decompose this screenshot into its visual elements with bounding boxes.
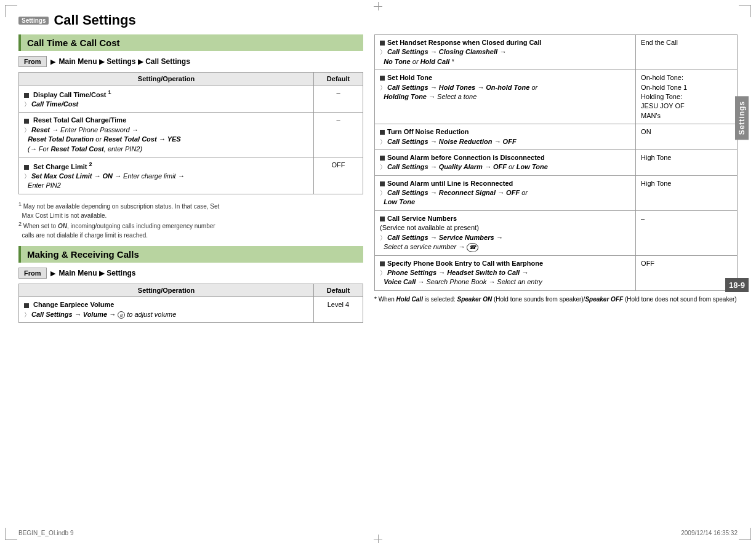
settings-badge: Settings (18, 17, 49, 25)
section1-header: Call Time & Call Cost (18, 34, 363, 51)
default-cell: – (314, 113, 363, 157)
setting-name: Set Charge Limit 2 (33, 163, 92, 170)
bottom-right: 2009/12/14 16:35:32 (681, 530, 738, 536)
setting-path: Call Settings → Hold Tones → On-hold Ton… (380, 84, 537, 100)
from-path-2: Main Menu ▶ Settings (59, 269, 136, 277)
setting-path: Call Settings → Service Numbers → Select… (380, 234, 503, 250)
col2-header: Default (314, 73, 363, 86)
table-row: Specify Phone Book Entry to Call with Ea… (375, 255, 738, 290)
setting-name: Sound Alarm until Line is Reconnected (387, 180, 513, 187)
setting-name: Sound Alarm before Connection is Disconn… (387, 154, 545, 161)
table-row: Change Earpiece Volume Call Settings → V… (19, 297, 363, 323)
setting-cell: Sound Alarm until Line is Reconnected Ca… (375, 175, 636, 210)
corner-mark-bl (5, 528, 17, 540)
setting-cell: Turn Off Noise Reduction Call Settings →… (375, 124, 636, 150)
bullet-icon (380, 261, 385, 266)
setting-cell: Sound Alarm before Connection is Disconn… (375, 149, 636, 175)
from-row-2: From ▶ Main Menu ▶ Settings (18, 268, 363, 279)
setting-path: Call Settings → Noise Reduction → OFF (387, 138, 517, 145)
service-note: (Service not available at present) (380, 224, 479, 231)
setting-path: Call Settings → Volume → ⊙ to adjust vol… (31, 311, 176, 318)
corner-mark-tl (5, 5, 17, 17)
setting-name: Change Earpiece Volume (33, 301, 114, 308)
col1-header-2: Setting/Operation (19, 284, 314, 297)
table-row: Turn Off Noise Reduction Call Settings →… (375, 124, 738, 150)
from-label-2: From (18, 268, 47, 279)
setting-path: Call Time/Cost (31, 100, 78, 108)
from-path-1: Main Menu ▶ Settings ▶ Call Settings (59, 57, 190, 66)
setting-cell: Reset Total Call Charge/Time Reset → Ent… (19, 113, 314, 157)
bottom-left: BEGIN_E_OI.indb 9 (18, 530, 74, 536)
setting-path: Call Settings → Closing Clamshell → No T… (380, 48, 506, 65)
value-cell: – (636, 210, 738, 255)
from-row-1: From ▶ Main Menu ▶ Settings ▶ Call Setti… (18, 56, 363, 67)
default-cell: – (314, 86, 363, 113)
setting-path: Reset → Enter Phone Password → Reset Tot… (24, 126, 181, 153)
default-cell: Level 4 (314, 297, 363, 323)
bullet-icon (380, 130, 385, 135)
gt-icon (24, 100, 31, 108)
setting-name: Turn Off Noise Reduction (387, 128, 468, 135)
crosshair-top (374, 2, 382, 10)
setting-cell: Specify Phone Book Entry to Call with Ea… (375, 255, 636, 290)
table-row: Reset Total Call Charge/Time Reset → Ent… (19, 113, 363, 157)
table-row: Set Hold Tone Call Settings → Hold Tones… (375, 70, 738, 124)
bullet-icon (380, 156, 385, 161)
bullet-icon (380, 217, 385, 221)
bullet-icon (24, 303, 29, 308)
gt-icon (380, 234, 387, 241)
corner-mark-tr (739, 5, 751, 17)
setting-path: Phone Settings → Headset Switch to Call … (380, 269, 542, 285)
page-title: Call Settings (54, 12, 135, 28)
section2-header: Making & Receiving Calls (18, 246, 363, 263)
value-cell: OFF (636, 255, 738, 290)
from-label-1: From (18, 56, 47, 67)
value-cell: ON (636, 124, 738, 150)
setting-path: Call Settings → Quality Alarm → OFF or L… (387, 163, 548, 170)
gt-icon (380, 163, 387, 170)
col2-header-2: Default (314, 284, 363, 297)
right-table: Set Handset Response when Closed during … (374, 34, 738, 291)
table-row: Sound Alarm before Connection is Disconn… (375, 149, 738, 175)
col1-header: Setting/Operation (19, 73, 314, 86)
bullet-icon (380, 181, 385, 186)
setting-cell: Set Hold Tone Call Settings → Hold Tones… (375, 70, 636, 124)
gt-icon (380, 269, 387, 276)
value-cell: End the Call (636, 35, 738, 70)
left-column: Call Time & Call Cost From ▶ Main Menu ▶… (18, 34, 363, 329)
setting-name: Specify Phone Book Entry to Call with Ea… (387, 260, 543, 267)
footnote-1: 1 May not be available depending on subs… (18, 201, 363, 220)
title-row: Settings Call Settings (18, 12, 738, 28)
from-arrow-1: ▶ (50, 58, 55, 66)
gt-icon (24, 172, 31, 180)
value-cell: On-hold Tone:On-hold Tone 1Holding Tone:… (636, 70, 738, 124)
setting-cell: Call Service Numbers (Service not availa… (375, 210, 636, 255)
gt-icon (380, 189, 387, 196)
bullet-icon (380, 41, 385, 46)
bullet-icon (24, 119, 29, 124)
bottom-bar: BEGIN_E_OI.indb 9 2009/12/14 16:35:32 (18, 530, 738, 536)
setting-name: Display Call Time/Cost 1 (33, 91, 111, 98)
value-cell: High Tone (636, 175, 738, 210)
setting-cell: Display Call Time/Cost 1 Call Time/Cost (19, 86, 314, 113)
value-cell: High Tone (636, 149, 738, 175)
settings-sidebar-tab: Settings (735, 96, 749, 140)
gt-icon (24, 311, 31, 318)
setting-path: Set Max Cost Limit → ON → Enter charge l… (24, 172, 185, 189)
gt-icon (380, 48, 387, 55)
page-number: 18-9 (725, 278, 749, 292)
setting-name: Call Service Numbers (387, 215, 457, 222)
gt-icon (380, 138, 387, 145)
content-area: Call Time & Call Cost From ▶ Main Menu ▶… (18, 34, 738, 329)
table-row: Sound Alarm until Line is Reconnected Ca… (375, 175, 738, 210)
footnote-2: 2 When set to ON, incoming/outgoing call… (18, 220, 363, 240)
setting-name: Reset Total Call Charge/Time (33, 116, 126, 124)
from-arrow-2: ▶ (50, 269, 55, 277)
gt-icon (24, 126, 31, 133)
bullet-icon (24, 165, 29, 170)
setting-path: Call Settings → Reconnect Signal → OFF o… (380, 189, 528, 205)
bullet-icon (380, 76, 385, 81)
footnotes-1: 1 May not be available depending on subs… (18, 201, 363, 241)
setting-cell: Set Charge Limit 2 Set Max Cost Limit → … (19, 157, 314, 194)
corner-mark-br (739, 528, 751, 540)
